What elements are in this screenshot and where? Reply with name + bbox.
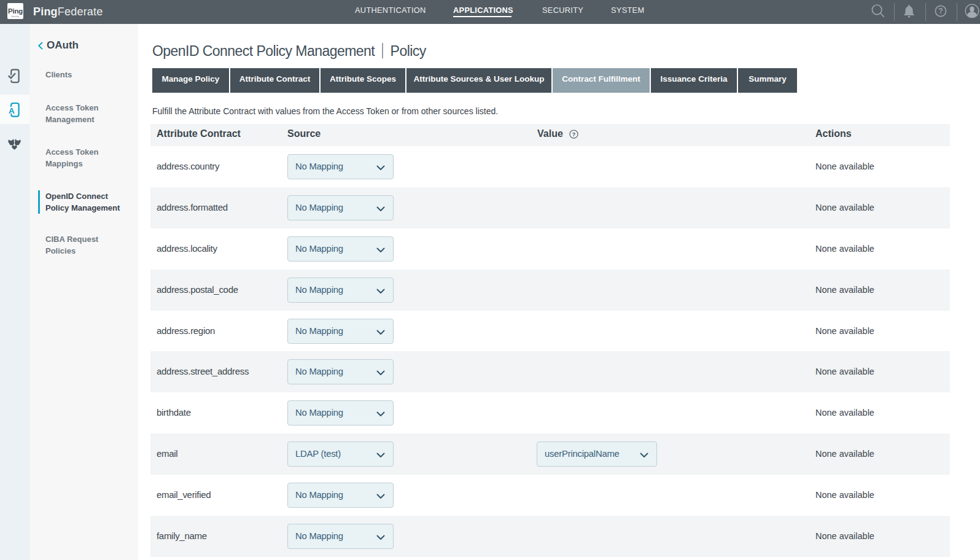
svg-text:?: ? <box>938 7 943 15</box>
svg-text:?: ? <box>572 131 575 137</box>
svg-text:A: A <box>9 106 15 115</box>
